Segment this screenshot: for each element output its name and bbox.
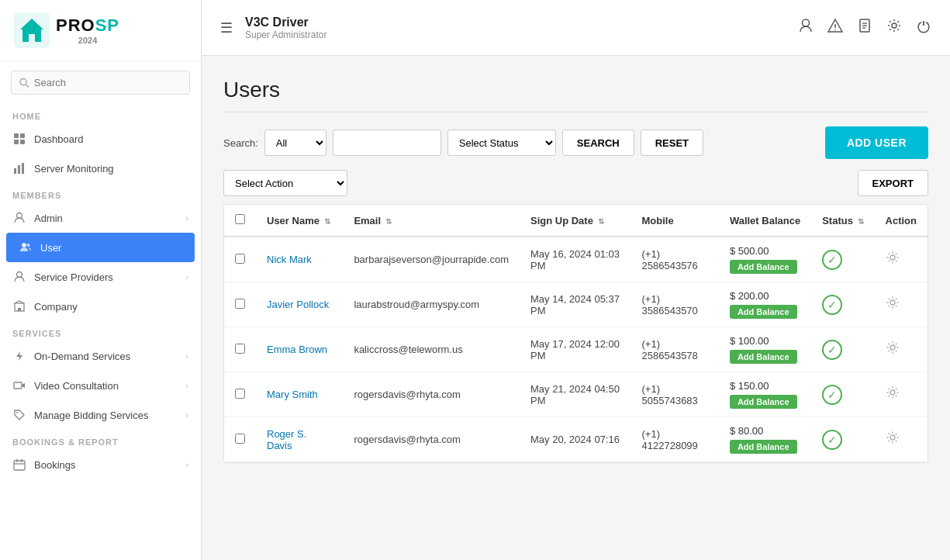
- action-select[interactable]: Select Action Delete Activate Deactivate: [223, 170, 347, 196]
- svg-rect-11: [22, 163, 24, 174]
- action-bar: Select Action Delete Activate Deactivate…: [223, 170, 928, 196]
- svg-rect-19: [14, 382, 22, 389]
- sidebar-item-company[interactable]: Company: [0, 292, 201, 321]
- section-label-bookings: BOOKINGS & REPORT: [0, 430, 201, 450]
- gear-action-icon[interactable]: [886, 298, 900, 313]
- export-button[interactable]: EXPORT: [858, 170, 928, 196]
- svg-point-34: [892, 23, 896, 28]
- wallet-amount: $ 150.00: [730, 380, 800, 392]
- row-action: [875, 327, 928, 372]
- add-user-button[interactable]: ADD USER: [825, 126, 928, 159]
- status-active-icon: ✓: [822, 385, 842, 405]
- search-label: Search:: [223, 137, 258, 149]
- reset-button[interactable]: RESET: [641, 130, 703, 156]
- row-username: Mary Smith: [256, 372, 343, 417]
- row-wallet: $ 200.00 Add Balance: [719, 282, 811, 327]
- sidebar-item-bookings[interactable]: Bookings ›: [0, 450, 201, 479]
- svg-point-36: [890, 300, 895, 305]
- sidebar-item-label-service-providers: Service Providers: [34, 271, 178, 283]
- row-status: ✓: [811, 327, 874, 372]
- add-balance-button[interactable]: Add Balance: [730, 260, 797, 274]
- svg-point-3: [20, 78, 26, 85]
- sidebar-item-service-providers[interactable]: Service Providers ›: [0, 262, 201, 292]
- sort-icon-email: ⇅: [385, 217, 392, 226]
- warning-topbar-icon[interactable]: [827, 18, 843, 37]
- col-wallet: Wallet Balance: [719, 205, 811, 237]
- document-topbar-icon[interactable]: [857, 18, 872, 37]
- gear-action-icon[interactable]: [886, 253, 900, 268]
- row-action: [875, 282, 928, 327]
- power-topbar-icon[interactable]: [916, 18, 931, 37]
- topbar-left: ☰ V3C Driver Super Administrator: [220, 16, 326, 40]
- chevron-icon-on-demand: ›: [185, 351, 188, 361]
- logo-pro: PRO: [56, 16, 95, 36]
- hamburger-icon[interactable]: ☰: [220, 19, 233, 36]
- user-link[interactable]: Emma Brown: [267, 344, 327, 355]
- sidebar-item-video-consultation[interactable]: Video Consultation ›: [0, 371, 201, 400]
- svg-line-4: [26, 84, 29, 87]
- settings-topbar-icon[interactable]: [886, 18, 902, 37]
- page-title: Users: [223, 78, 928, 112]
- main-area: ☰ V3C Driver Super Administrator: [202, 0, 950, 560]
- add-balance-button[interactable]: Add Balance: [730, 395, 797, 409]
- sidebar-item-server-monitoring[interactable]: Server Monitoring: [0, 154, 201, 183]
- user-link[interactable]: Javier Pollock: [267, 299, 329, 310]
- search-type-select[interactable]: All: [264, 130, 326, 156]
- row-checkbox[interactable]: [235, 254, 245, 264]
- add-balance-button[interactable]: Add Balance: [730, 440, 797, 454]
- logo-icon: [14, 12, 50, 48]
- sidebar-search-input[interactable]: [34, 77, 181, 88]
- status-active-icon: ✓: [822, 430, 842, 450]
- sidebar-item-manage-bidding[interactable]: Manage Bidding Services ›: [0, 400, 201, 430]
- sidebar-item-label-server-monitoring: Server Monitoring: [34, 163, 188, 175]
- svg-rect-2: [29, 34, 35, 42]
- row-signup-date: May 20, 2024 07:16: [520, 417, 631, 462]
- row-checkbox[interactable]: [235, 344, 245, 354]
- topbar-icons: [798, 18, 931, 37]
- row-checkbox[interactable]: [235, 299, 245, 309]
- sidebar-search-box[interactable]: [11, 71, 190, 95]
- topbar-title-main: V3C Driver: [245, 16, 326, 29]
- table-row: Nick Mark barbarajseverson@jourrapide.co…: [224, 237, 928, 282]
- user-link[interactable]: Mary Smith: [267, 389, 318, 400]
- sidebar-item-dashboard[interactable]: Dashboard: [0, 124, 201, 154]
- logo-year: 2024: [56, 36, 119, 45]
- search-button[interactable]: SEARCH: [562, 130, 634, 156]
- gear-action-icon[interactable]: [886, 388, 900, 403]
- building-icon: [12, 299, 26, 313]
- svg-marker-18: [16, 351, 22, 361]
- sidebar-item-admin[interactable]: Admin ›: [0, 203, 201, 233]
- row-checkbox[interactable]: [235, 389, 245, 399]
- video-icon: [12, 379, 26, 392]
- status-select[interactable]: Select Status Active Inactive: [447, 130, 556, 156]
- topbar: ☰ V3C Driver Super Administrator: [202, 0, 950, 56]
- svg-rect-22: [14, 461, 25, 470]
- sidebar-item-user[interactable]: User: [6, 233, 195, 262]
- row-checkbox-cell: [224, 282, 256, 327]
- sidebar-item-label-user: User: [40, 242, 182, 254]
- person-topbar-icon[interactable]: [798, 18, 814, 37]
- row-mobile: (+1) 2586543576: [631, 237, 719, 282]
- user-link[interactable]: Nick Mark: [267, 254, 312, 265]
- add-balance-button[interactable]: Add Balance: [730, 305, 797, 319]
- gear-action-icon[interactable]: [886, 433, 900, 448]
- search-text-input[interactable]: [333, 130, 441, 156]
- gear-action-icon[interactable]: [886, 343, 900, 358]
- table-row: Javier Pollock laurabstroud@armyspy.com …: [224, 282, 928, 327]
- add-balance-button[interactable]: Add Balance: [730, 350, 797, 364]
- topbar-subtitle: Super Administrator: [245, 29, 326, 40]
- status-active-icon: ✓: [822, 295, 842, 315]
- svg-point-39: [890, 435, 895, 440]
- row-checkbox[interactable]: [235, 434, 245, 444]
- users-table-wrapper: User Name ⇅ Email ⇅ Sign Up Date ⇅ Mobil…: [223, 204, 928, 463]
- svg-rect-6: [20, 133, 25, 138]
- table-row: Mary Smith rogersdavis@rhyta.com May 21,…: [224, 372, 928, 417]
- row-checkbox-cell: [224, 237, 256, 282]
- svg-point-26: [803, 19, 810, 26]
- page-content: Users Search: All Select Status Active I…: [202, 56, 950, 560]
- user-link[interactable]: Roger S. Davis: [267, 428, 306, 451]
- status-active-icon: ✓: [822, 340, 842, 360]
- sidebar-item-on-demand-services[interactable]: On-Demand Services ›: [0, 341, 201, 371]
- select-all-checkbox[interactable]: [235, 214, 245, 224]
- calendar-icon: [12, 458, 26, 472]
